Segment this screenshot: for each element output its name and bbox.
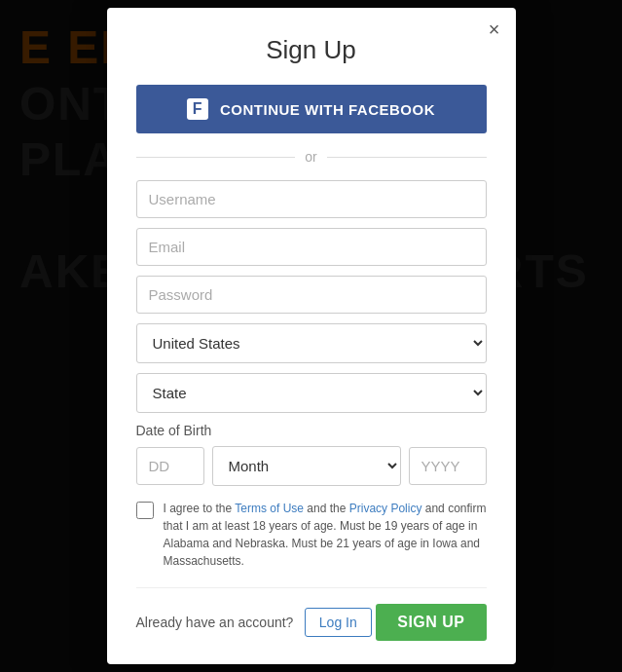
state-select[interactable]: State Alabama Alaska Arizona California … [136,373,487,413]
dob-label: Date of Birth [136,423,487,438]
username-input[interactable] [136,180,487,218]
facebook-login-button[interactable]: f CONTINUE WITH FACEBOOK [136,85,487,133]
footer-actions: Log In SIGN UP [299,604,487,641]
country-select[interactable]: United States Canada United Kingdom [136,323,487,363]
terms-of-use-link[interactable]: Terms of Use [235,502,304,515]
state-group: State Alabama Alaska Arizona California … [136,373,487,413]
username-group [136,180,487,218]
facebook-icon: f [187,98,208,120]
facebook-button-label: CONTINUE WITH FACEBOOK [220,101,435,118]
dob-row: Month January February March April May J… [136,446,487,486]
already-account-text: Already have an account? [136,615,294,630]
terms-text: I agree to the Terms of Use and the Priv… [164,500,487,570]
signup-button[interactable]: SIGN UP [376,604,486,641]
signup-modal: × Sign Up f CONTINUE WITH FACEBOOK or Un… [107,8,516,664]
password-group [136,276,487,314]
modal-title: Sign Up [136,35,487,65]
dob-year-input[interactable] [409,447,487,485]
login-button[interactable]: Log In [305,608,372,637]
terms-row: I agree to the Terms of Use and the Priv… [136,500,487,570]
modal-footer: Already have an account? Log In SIGN UP [136,587,487,641]
country-group: United States Canada United Kingdom [136,323,487,363]
email-group [136,228,487,266]
email-input[interactable] [136,228,487,266]
terms-checkbox[interactable] [136,502,154,519]
dob-month-select[interactable]: Month January February March April May J… [212,446,401,486]
privacy-policy-link[interactable]: Privacy Policy [349,502,422,515]
divider: or [136,149,487,165]
password-input[interactable] [136,276,487,314]
close-button[interactable]: × [489,19,500,39]
dob-day-input[interactable] [136,447,204,485]
